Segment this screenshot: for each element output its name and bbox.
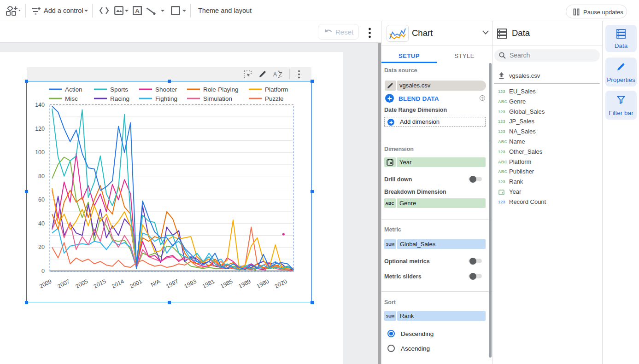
svg-text:100: 100 <box>35 149 45 156</box>
svg-text:2007: 2007 <box>57 278 71 289</box>
svg-text:Simulation: Simulation <box>203 95 232 102</box>
svg-text:Misc: Misc <box>65 95 78 102</box>
svg-text:1989: 1989 <box>238 278 252 289</box>
svg-text:60: 60 <box>38 196 45 203</box>
svg-text:Racing: Racing <box>110 95 129 102</box>
svg-text:20: 20 <box>38 244 45 250</box>
svg-text:1997: 1997 <box>165 278 179 289</box>
svg-text:Action: Action <box>65 86 82 93</box>
svg-text:1980: 1980 <box>256 278 270 289</box>
svg-text:Shooter: Shooter <box>155 86 177 93</box>
svg-text:Sports: Sports <box>110 86 128 93</box>
svg-text:0: 0 <box>41 268 45 274</box>
svg-text:A: A <box>135 7 140 14</box>
svg-text:2015: 2015 <box>93 278 107 289</box>
svg-text:Fighting: Fighting <box>155 95 177 102</box>
svg-text:Platform: Platform <box>265 86 288 93</box>
svg-text:Z: Z <box>279 71 282 78</box>
svg-text:1993: 1993 <box>183 278 198 289</box>
svg-text:N/A: N/A <box>150 278 162 288</box>
svg-text:40: 40 <box>38 220 45 227</box>
svg-text:2009: 2009 <box>38 278 53 289</box>
svg-text:2001: 2001 <box>129 278 143 289</box>
svg-text:120: 120 <box>35 126 45 132</box>
svg-text:2014: 2014 <box>111 278 125 289</box>
svg-text:Role-Playing: Role-Playing <box>203 86 239 93</box>
svg-text:140: 140 <box>35 102 45 108</box>
svg-text:Puzzle: Puzzle <box>265 95 284 102</box>
svg-text:80: 80 <box>38 173 45 179</box>
svg-text:2020: 2020 <box>274 278 288 289</box>
svg-text:1985: 1985 <box>219 278 234 289</box>
svg-text:1981: 1981 <box>201 278 216 289</box>
svg-text:A: A <box>273 71 277 78</box>
svg-text:2005: 2005 <box>75 278 89 289</box>
